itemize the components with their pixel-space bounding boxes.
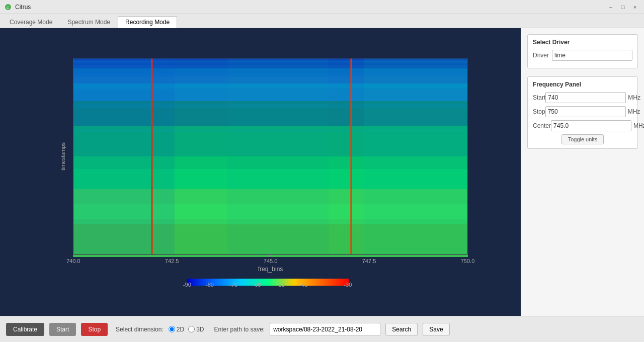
center-row: Center MHz xyxy=(533,120,632,131)
center-unit: MHz xyxy=(633,122,644,129)
driver-input[interactable] xyxy=(552,50,632,61)
start-label: Start xyxy=(533,94,545,101)
close-button[interactable]: × xyxy=(630,2,640,12)
svg-text:freq_bins: freq_bins xyxy=(258,266,283,273)
enter-path-label: Enter path to save: xyxy=(214,326,265,333)
dim-3d-radio[interactable] xyxy=(188,326,195,332)
driver-row: Driver xyxy=(533,50,632,61)
dim-3d-option[interactable]: 3D xyxy=(188,326,204,333)
dim-2d-label: 2D xyxy=(177,326,184,333)
right-panel: Select Driver Driver Frequency Panel Sta… xyxy=(521,28,644,316)
search-button[interactable]: Search xyxy=(385,323,418,336)
dim-3d-label: 3D xyxy=(196,326,204,333)
svg-text:C: C xyxy=(7,6,10,10)
toggle-units-button[interactable]: Toggle units xyxy=(561,134,604,144)
svg-rect-23 xyxy=(350,58,352,254)
svg-rect-21 xyxy=(364,58,467,254)
frequency-panel-section: Frequency Panel Start MHz Stop MHz Cente… xyxy=(527,76,638,149)
select-dimension-label: Select dimension: xyxy=(116,326,164,333)
maximize-button[interactable]: □ xyxy=(618,2,628,12)
svg-text:-50: -50 xyxy=(277,282,285,288)
main-layout: 740.0 742.5 745.0 747.5 750.0 freq_bins … xyxy=(0,28,644,316)
svg-text:-70: -70 xyxy=(229,282,237,288)
title-bar-left: C Citrus xyxy=(4,3,31,11)
chart-svg: 740.0 742.5 745.0 747.5 750.0 freq_bins … xyxy=(0,28,521,316)
app-title: Citrus xyxy=(15,4,31,11)
frequency-panel-title: Frequency Panel xyxy=(533,81,632,88)
bottom-bar: Calibrate Start Stop Select dimension: 2… xyxy=(0,316,644,342)
stop-input[interactable] xyxy=(545,106,626,117)
svg-text:-80: -80 xyxy=(206,282,214,288)
save-button[interactable]: Save xyxy=(423,323,449,336)
dim-2d-radio[interactable] xyxy=(169,326,175,332)
svg-text:timestamps: timestamps xyxy=(60,142,66,170)
center-label: Center xyxy=(533,122,551,129)
tab-recording[interactable]: Recording Mode xyxy=(118,16,177,28)
svg-rect-20 xyxy=(227,58,329,254)
app-icon: C xyxy=(4,3,12,11)
stop-button[interactable]: Stop xyxy=(81,323,108,336)
path-input[interactable] xyxy=(270,323,380,336)
calibrate-button[interactable]: Calibrate xyxy=(6,323,44,336)
title-bar: C Citrus − □ × xyxy=(0,0,644,14)
stop-row: Stop MHz xyxy=(533,106,632,117)
driver-label: Driver xyxy=(533,52,552,59)
tab-bar: Coverage Mode Spectrum Mode Recording Mo… xyxy=(0,14,644,28)
minimize-button[interactable]: − xyxy=(606,2,616,12)
title-bar-controls: − □ × xyxy=(606,2,640,12)
select-driver-section: Select Driver Driver xyxy=(527,34,638,68)
svg-text:750.0: 750.0 xyxy=(461,258,475,264)
start-button[interactable]: Start xyxy=(49,323,76,336)
svg-text:740.0: 740.0 xyxy=(66,258,80,264)
svg-text:-40: -40 xyxy=(300,282,308,288)
svg-text:-60: -60 xyxy=(253,282,261,288)
chart-area: 740.0 742.5 745.0 747.5 750.0 freq_bins … xyxy=(0,28,521,316)
dim-2d-option[interactable]: 2D xyxy=(169,326,184,333)
start-row: Start MHz xyxy=(533,92,632,103)
center-input[interactable] xyxy=(551,120,631,131)
svg-text:742.5: 742.5 xyxy=(165,258,179,264)
select-driver-title: Select Driver xyxy=(533,39,632,46)
svg-text:747.5: 747.5 xyxy=(362,258,376,264)
svg-rect-19 xyxy=(73,58,175,254)
svg-text:745.0: 745.0 xyxy=(264,258,278,264)
svg-text:-90: -90 xyxy=(183,282,191,288)
tab-coverage[interactable]: Coverage Mode xyxy=(2,16,60,28)
svg-rect-22 xyxy=(151,58,152,254)
stop-unit: MHz xyxy=(628,108,640,115)
tab-spectrum[interactable]: Spectrum Mode xyxy=(60,16,118,28)
stop-label: Stop xyxy=(533,108,545,115)
start-input[interactable] xyxy=(545,92,626,103)
dimension-radio-group: 2D 3D xyxy=(169,326,204,333)
start-unit: MHz xyxy=(628,94,640,101)
svg-text:-30: -30 xyxy=(344,282,352,288)
